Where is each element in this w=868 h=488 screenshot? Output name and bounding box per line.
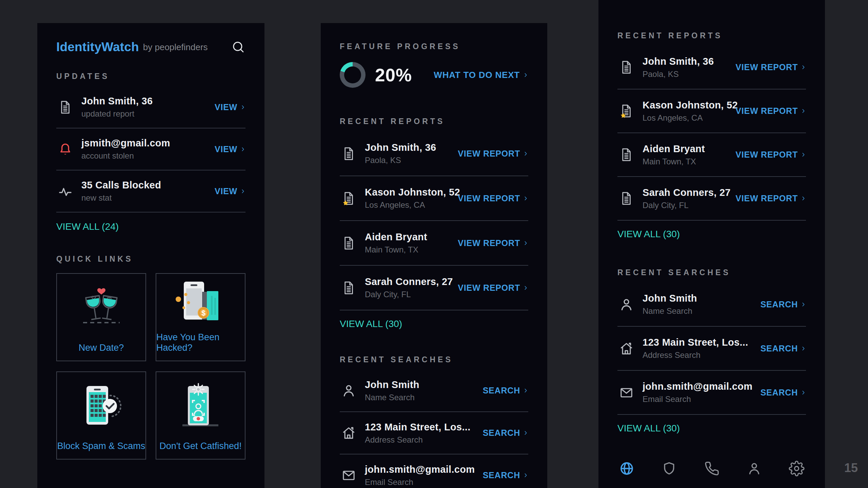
view-all-link[interactable]: VIEW ALL (24) bbox=[56, 221, 119, 232]
quick-link-card-catfish[interactable]: Don't Get Catfished! bbox=[156, 371, 245, 460]
chevron-right-icon bbox=[523, 72, 528, 78]
search-link[interactable]: SEARCH bbox=[761, 388, 806, 398]
view-link[interactable]: VIEW bbox=[215, 144, 245, 154]
item-subtitle: Address Search bbox=[643, 350, 748, 360]
recent-reports-heading: RECENT REPORTS bbox=[617, 31, 806, 40]
nav-item-gear[interactable] bbox=[789, 461, 805, 476]
document-icon bbox=[617, 147, 635, 163]
nav-item-globe[interactable] bbox=[619, 461, 635, 476]
view-report-link[interactable]: VIEW REPORT bbox=[735, 106, 806, 116]
view-report-link[interactable]: VIEW REPORT bbox=[735, 150, 806, 160]
search-link[interactable]: SEARCH bbox=[483, 386, 528, 395]
list-item[interactable]: Sarah Conners, 27 Daly City, FL VIEW REP… bbox=[340, 266, 528, 310]
list-item[interactable]: jsmith@gmail.com account stolen VIEW bbox=[56, 128, 245, 170]
list-item[interactable]: 123 Main Street, Los... Address Search S… bbox=[340, 412, 528, 454]
search-link[interactable]: SEARCH bbox=[761, 300, 806, 309]
chevron-right-icon bbox=[801, 108, 806, 114]
recent-searches-list: John Smith Name Search SEARCH 123 Main S… bbox=[617, 283, 806, 415]
document-icon bbox=[340, 146, 357, 162]
nav-item-shield[interactable] bbox=[661, 461, 677, 476]
search-link[interactable]: SEARCH bbox=[483, 428, 528, 438]
slide-number: 15 bbox=[844, 461, 858, 475]
document-icon bbox=[617, 190, 635, 206]
view-link[interactable]: VIEW bbox=[215, 102, 245, 112]
item-title: Kason Johnston, 52 bbox=[643, 100, 735, 111]
chevron-right-icon bbox=[523, 472, 528, 479]
view-report-link[interactable]: VIEW REPORT bbox=[458, 149, 528, 159]
recent-searches-list: John Smith Name Search SEARCH 123 Main S… bbox=[340, 370, 528, 488]
quick-link-card-new-date[interactable]: New Date? bbox=[56, 273, 146, 361]
quick-link-card-hacked[interactable]: $ Have You Been Hacked? bbox=[156, 273, 245, 361]
view-report-link[interactable]: VIEW REPORT bbox=[458, 283, 528, 293]
home-icon bbox=[340, 425, 357, 441]
list-item[interactable]: Aiden Bryant Main Town, TX VIEW REPORT bbox=[617, 133, 806, 176]
search-link[interactable]: SEARCH bbox=[761, 344, 806, 353]
list-item[interactable]: john.smith@gmail.com Email Search SEARCH bbox=[617, 371, 806, 414]
progress-percent: 20% bbox=[375, 65, 412, 85]
item-title: John Smith bbox=[643, 293, 697, 304]
document-star-icon bbox=[617, 103, 635, 119]
envelope-icon bbox=[617, 385, 635, 401]
list-item[interactable]: John Smith, 36 Paola, KS VIEW REPORT bbox=[617, 46, 806, 89]
item-subtitle: Name Search bbox=[643, 306, 697, 316]
chevron-right-icon bbox=[523, 387, 528, 394]
what-to-do-next-link[interactable]: WHAT TO DO NEXT bbox=[434, 70, 528, 80]
search-link[interactable]: SEARCH bbox=[483, 470, 528, 480]
list-item[interactable]: 35 Calls Blocked new stat VIEW bbox=[56, 170, 245, 212]
list-item[interactable]: Kason Johnston, 52 Los Angeles, CA VIEW … bbox=[617, 89, 806, 133]
list-item[interactable]: John Smith, 36 updated report VIEW bbox=[56, 86, 245, 128]
list-item[interactable]: John Smith, 36 Paola, KS VIEW REPORT bbox=[340, 131, 528, 176]
search-icon[interactable] bbox=[231, 40, 245, 54]
list-item[interactable]: John Smith Name Search SEARCH bbox=[340, 370, 528, 411]
quick-link-label: Block Spam & Scams bbox=[57, 441, 145, 451]
item-title: 123 Main Street, Los... bbox=[365, 422, 471, 433]
list-item[interactable]: John Smith Name Search SEARCH bbox=[617, 283, 806, 326]
list-item[interactable]: 123 Main Street, Los... Address Search S… bbox=[617, 327, 806, 370]
item-title: John Smith bbox=[365, 379, 419, 390]
updates-list: John Smith, 36 updated report VIEW jsmit… bbox=[56, 86, 245, 212]
chevron-right-icon bbox=[801, 345, 806, 352]
list-item[interactable]: john.smith@gmail.com Email Search SEARCH bbox=[340, 454, 528, 488]
shield-icon bbox=[661, 461, 677, 476]
item-title: Aiden Bryant bbox=[643, 143, 705, 155]
quick-link-label: Don't Get Catfished! bbox=[159, 441, 241, 451]
divider bbox=[340, 310, 528, 310]
view-report-link[interactable]: VIEW REPORT bbox=[735, 194, 806, 203]
divider bbox=[56, 212, 245, 212]
view-all-link[interactable]: VIEW ALL (30) bbox=[617, 423, 680, 434]
brand-title: IdentityWatch bbox=[56, 40, 139, 54]
hacked-phone-illustration: $ bbox=[156, 274, 245, 332]
quick-link-card-spam[interactable]: Block Spam & Scams bbox=[56, 371, 146, 460]
view-report-link[interactable]: VIEW REPORT bbox=[458, 194, 528, 203]
chevron-right-icon bbox=[801, 151, 806, 158]
list-item[interactable]: Sarah Conners, 27 Daly City, FL VIEW REP… bbox=[617, 177, 806, 220]
catfish-scan-illustration bbox=[156, 372, 245, 441]
activity-icon bbox=[56, 183, 74, 199]
quick-link-label: Have You Been Hacked? bbox=[156, 332, 245, 353]
view-report-link[interactable]: VIEW REPORT bbox=[458, 238, 528, 248]
quick-links-heading: QUICK LINKS bbox=[56, 255, 245, 264]
list-item[interactable]: Aiden Bryant Main Town, TX VIEW REPORT bbox=[340, 221, 528, 265]
chevron-right-icon bbox=[523, 240, 528, 246]
chevron-right-icon bbox=[801, 389, 806, 396]
view-all-link[interactable]: VIEW ALL (30) bbox=[617, 229, 680, 240]
chevron-right-icon bbox=[523, 285, 528, 291]
recent-searches-heading: RECENT SEARCHES bbox=[340, 355, 528, 364]
nav-item-phone[interactable] bbox=[704, 461, 720, 476]
item-subtitle: Main Town, TX bbox=[365, 245, 427, 255]
view-link[interactable]: VIEW bbox=[215, 186, 245, 196]
brand-byline: by peoplefinders bbox=[143, 42, 208, 53]
recent-searches-heading: RECENT SEARCHES bbox=[617, 268, 806, 277]
item-subtitle: Paola, KS bbox=[643, 69, 714, 79]
view-report-link[interactable]: VIEW REPORT bbox=[735, 62, 806, 72]
chevron-right-icon bbox=[801, 301, 806, 308]
chevron-right-icon bbox=[240, 104, 245, 110]
view-all-link[interactable]: VIEW ALL (30) bbox=[340, 319, 402, 329]
bottom-navigation bbox=[617, 461, 806, 476]
document-icon bbox=[617, 59, 635, 75]
nav-item-person[interactable] bbox=[746, 461, 762, 476]
list-item[interactable]: Kason Johnston, 52 Los Angeles, CA VIEW … bbox=[340, 176, 528, 220]
gear-icon bbox=[789, 461, 805, 476]
item-subtitle: Los Angeles, CA bbox=[643, 113, 735, 123]
item-subtitle: updated report bbox=[81, 109, 153, 119]
